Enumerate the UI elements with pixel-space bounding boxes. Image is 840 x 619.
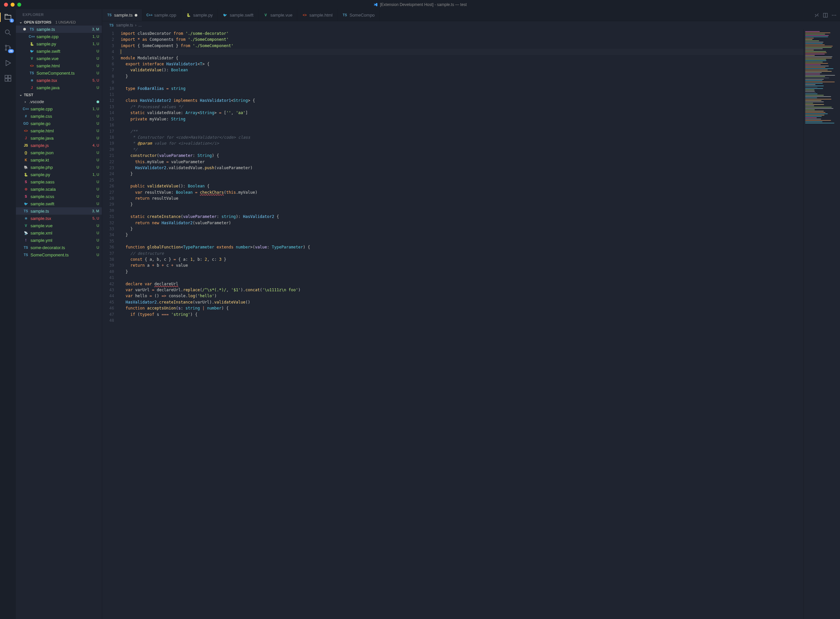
file-item[interactable]: {} sample.json U [16, 149, 102, 156]
code-line[interactable]: public validateValue(): Boolean { [119, 183, 804, 189]
code-line[interactable]: HasValidator2.validatedValue.push(valueP… [119, 165, 804, 171]
code-line[interactable]: this.myValue = valueParameter [119, 159, 804, 165]
tab-sample.swift[interactable]: 🐦 sample.swift [218, 9, 259, 21]
file-item[interactable]: › .vscode [16, 98, 102, 105]
code-line[interactable] [119, 208, 804, 214]
code-line[interactable]: import * as Components from './SomeCompo… [119, 36, 804, 42]
code-line[interactable]: } [119, 73, 804, 79]
code[interactable]: import classDecorator from './some-decor… [119, 29, 804, 619]
code-line[interactable]: export interface HasValidator1<T> { [119, 61, 804, 67]
code-line[interactable]: HasValidator2.createInstance(varUrl).val… [119, 299, 804, 305]
code-line[interactable]: import { SomeComponent } from './SomeCom… [119, 43, 804, 49]
tab-sample.html[interactable]: <> sample.html [297, 9, 338, 21]
open-editor-item[interactable]: 🐍 sample.py 1, U [16, 40, 102, 48]
close-icon[interactable] [4, 3, 8, 7]
code-line[interactable]: private myValue: String [119, 116, 804, 122]
code-line[interactable]: } [119, 269, 804, 275]
file-item[interactable]: 🐍 sample.py 1, U [16, 171, 102, 178]
file-item[interactable]: 📡 sample.xml U [16, 229, 102, 236]
code-line[interactable]: /** [119, 129, 804, 135]
code-line[interactable] [119, 177, 804, 183]
activity-search[interactable] [3, 28, 13, 37]
tab-sample.ts[interactable]: TS sample.ts [102, 9, 142, 21]
open-editor-item[interactable]: TS sample.ts 3, M [16, 25, 102, 33]
section-open-editors[interactable]: ⌄ OPEN EDITORS 1 UNSAVED [16, 19, 102, 25]
file-item[interactable]: # sample.css U [16, 112, 102, 120]
code-line[interactable]: class HasValidator2 implements HasValida… [119, 97, 804, 103]
file-item[interactable]: TS some-decorator.ts U [16, 244, 102, 251]
file-item[interactable]: K sample.kt U [16, 156, 102, 163]
code-line[interactable]: /* Processed values */ [119, 104, 804, 110]
code-line[interactable] [119, 317, 804, 323]
activity-explorer[interactable]: 1 [3, 13, 13, 22]
open-editor-item[interactable]: V sample.vue U [16, 55, 102, 62]
code-line[interactable]: type FooBarAlias = string [119, 85, 804, 91]
section-workspace[interactable]: ⌄ TEST [16, 91, 102, 98]
file-item[interactable]: S sample.sass U [16, 178, 102, 185]
activity-debug[interactable] [3, 58, 13, 68]
tab-sample.vue[interactable]: V sample.vue [259, 9, 297, 21]
code-line[interactable]: */ [119, 147, 804, 153]
split-icon[interactable] [823, 13, 828, 18]
code-line[interactable]: validateValue(): Boolean [119, 67, 804, 73]
compare-icon[interactable] [814, 13, 819, 18]
code-line[interactable]: module ModuleValidator { [119, 55, 804, 61]
open-editor-item[interactable]: TS SomeComponent.ts U [16, 69, 102, 77]
tab-sample.cpp[interactable]: C++ sample.cpp [142, 9, 181, 21]
tab-SomeCompo[interactable]: TS SomeCompo [338, 9, 380, 21]
code-line[interactable]: static createInstance(valueParameter: st… [119, 214, 804, 220]
file-item[interactable]: JS sample.js 4, U [16, 142, 102, 149]
code-line[interactable]: if (typeof s === 'string') { [119, 311, 804, 317]
code-line[interactable]: static validatedValue: Array<String> = [… [119, 110, 804, 116]
file-item[interactable]: ⚙ sample.scala U [16, 185, 102, 193]
file-item[interactable]: TS sample.ts 3, M [16, 207, 102, 215]
code-line[interactable] [119, 79, 804, 85]
file-item[interactable]: TS SomeComponent.ts U [16, 251, 102, 259]
activity-scm[interactable]: 29 [3, 43, 13, 52]
open-editor-item[interactable]: J sample.java U [16, 84, 102, 91]
file-item[interactable]: <> sample.html U [16, 127, 102, 135]
code-line[interactable]: return resultValue [119, 195, 804, 201]
more-icon[interactable] [831, 13, 837, 18]
minimize-icon[interactable] [10, 3, 15, 7]
editor-body[interactable]: 1234567891011121314151617181920212223242… [102, 29, 840, 619]
code-line[interactable]: function acceptsUnion(s: string | number… [119, 305, 804, 311]
code-line[interactable] [119, 275, 804, 281]
code-line[interactable]: constructor(valueParameter: String) { [119, 153, 804, 158]
code-line[interactable] [119, 91, 804, 97]
file-item[interactable]: GO sample.go U [16, 120, 102, 127]
open-editor-item[interactable]: ⚛ sample.tsx 5, U [16, 77, 102, 84]
open-editor-item[interactable]: 🐦 sample.swift U [16, 48, 102, 55]
code-line[interactable]: return new HasValidator2(valueParameter) [119, 220, 804, 226]
open-editor-item[interactable]: <> sample.html U [16, 62, 102, 69]
code-line[interactable]: var hello = () => console.log('hello') [119, 293, 804, 299]
code-line[interactable]: } [119, 226, 804, 232]
maximize-icon[interactable] [17, 3, 21, 7]
tab-sample.py[interactable]: 🐍 sample.py [181, 9, 218, 21]
code-line[interactable]: declare var declareUrl [119, 281, 804, 287]
file-item[interactable]: J sample.java U [16, 135, 102, 142]
file-item[interactable]: V sample.vue U [16, 222, 102, 229]
code-line[interactable] [119, 122, 804, 128]
code-line[interactable]: // destructure [119, 250, 804, 256]
file-item[interactable]: S sample.scss U [16, 193, 102, 200]
code-line[interactable]: } [119, 232, 804, 238]
code-line[interactable]: function globalFunction<TypeParameter ex… [119, 244, 804, 250]
code-line[interactable]: var resultValue: Boolean = checkChars(th… [119, 190, 804, 195]
breadcrumb[interactable]: TS sample.ts › ... [102, 21, 840, 29]
code-line[interactable]: import classDecorator from './some-decor… [119, 30, 804, 36]
activity-extensions[interactable] [3, 74, 13, 83]
minimap[interactable] [804, 29, 840, 619]
file-item[interactable]: C++ sample.cpp 1, U [16, 105, 102, 112]
code-line[interactable]: } [119, 201, 804, 207]
open-editor-item[interactable]: C++ sample.cpp 1, U [16, 33, 102, 40]
code-line[interactable]: } [119, 171, 804, 177]
code-line[interactable]: const { a, b, c } = { a: 1, b: 2, c: 3 } [119, 256, 804, 262]
code-line[interactable] [119, 238, 804, 244]
file-item[interactable]: 🐦 sample.swift U [16, 200, 102, 207]
code-line[interactable]: return a + b + c + value [119, 262, 804, 268]
code-line[interactable]: * Constructor for <code>HasValidator</co… [119, 135, 804, 140]
code-line[interactable] [119, 49, 804, 55]
code-line[interactable]: var varUrl = declareUrl.replace(/^\s*(.*… [119, 287, 804, 293]
file-item[interactable]: ! sample.yml U [16, 236, 102, 244]
